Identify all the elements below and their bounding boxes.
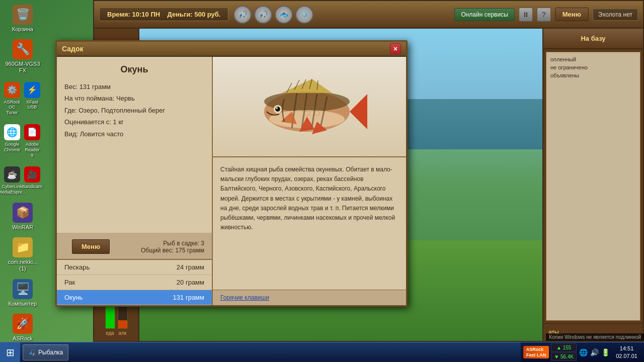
asrock-model-label: 960GM-VGS3 FX — [5, 61, 41, 74]
korzina-icon: 🗑️ — [13, 5, 33, 25]
desktop-icon-xfast[interactable]: ⚡ XFast USB — [23, 80, 42, 118]
nav-icon-3[interactable]: 🐟 — [275, 6, 293, 24]
sadok-title: Садок — [62, 45, 84, 53]
rak-name: Рак — [64, 279, 75, 286]
tray-battery-icon[interactable]: 🔋 — [601, 348, 610, 357]
hotkeys-link[interactable]: Горячие клавиши — [213, 290, 406, 305]
desktop-icon-com-nekki[interactable]: 📁 com.nekki... (1) — [3, 235, 43, 274]
icon-row-chrome-adobe: 🌐 Google Chrome 📄 Adobe Reader 9 — [3, 122, 43, 160]
bandicam-label: Bandicam — [22, 184, 42, 190]
location-label: Где: — [64, 107, 77, 114]
help-button[interactable]: ? — [537, 8, 551, 22]
fish-list-item-peskar[interactable]: Пескарь 24 грамм — [57, 260, 212, 275]
asrock-oc-icon: ⚙️ — [4, 82, 20, 98]
svg-marker-7 — [350, 94, 367, 129]
nav-icon-2[interactable]: 🎣 — [254, 6, 272, 24]
okun-weight: 131 грамм — [173, 294, 204, 301]
taskbar-clock[interactable]: 14:51 02.07.01 — [612, 345, 641, 359]
online-services-button[interactable]: Онлайн сервисы — [454, 8, 514, 21]
desktop: 🗑️ Корзина 🔧 960GM-VGS3 FX ⚙️ ASRock OC … — [0, 0, 644, 362]
location-value: Озеро, Подтопленный берег — [78, 107, 165, 114]
pause-button[interactable]: ⏸ — [519, 8, 533, 22]
taskbar-game-item[interactable]: 🎣 Рыбалка — [23, 344, 68, 360]
asrock-instant-icon: 🚀 — [13, 314, 33, 334]
taskbar-right-group: ASRockFast LAN ▲ 155 ▼ 56.4K 🌐 🔊 🔋 14:51… — [521, 342, 644, 363]
clock-date: 02.07.01 — [616, 352, 637, 359]
fish-image-area — [213, 57, 406, 157]
fish-description: Стайная хищная рыба семейства окуневых. … — [213, 157, 406, 290]
nav-icon-1[interactable]: 🎣 — [233, 6, 252, 24]
total-fish-value: 3 — [201, 240, 204, 247]
not-limited-label: не ограничено — [550, 64, 636, 70]
desktop-icon-adobe[interactable]: 📄 Adobe Reader 9 — [23, 122, 42, 160]
desktop-icon-cyberlink[interactable]: ☕ CyberLink MediaEspre... — [3, 164, 22, 197]
xfast-label: XFast USB — [25, 100, 40, 111]
weight-value: 131 грамм — [79, 83, 111, 90]
menu-top-button[interactable]: Меню — [555, 8, 589, 21]
base-button[interactable]: На базу — [543, 29, 643, 49]
game-header: Время: 10:10 ПН Деньги: 500 руб. 🎣 🎣 🐟 ⚙… — [94, 1, 643, 29]
taskbar-game-icon: 🎣 — [28, 349, 36, 356]
fish-list-item-okun[interactable]: Окунь 131 грамм — [57, 290, 212, 305]
adobe-icon: 📄 — [24, 124, 40, 140]
money-label: Деньги: — [168, 11, 193, 18]
game-top-right: Онлайн сервисы ⏸ ? Меню Эхолота нет — [454, 8, 638, 22]
sadok-right-panel: Стайная хищная рыба семейства окуневых. … — [213, 57, 406, 305]
desktop-icon-korzina[interactable]: 🗑️ Корзина — [3, 3, 43, 35]
panel-info-box: опленный не ограничено объявлены — [546, 52, 640, 321]
sadok-fish-info: Окунь Вес: 131 грамм На что поймана: Чер… — [57, 57, 212, 233]
fish-list-item-rak[interactable]: Рак 20 грамм — [57, 275, 212, 290]
desktop-icon-bandicam[interactable]: 🎥 Bandicam — [23, 164, 42, 197]
sadok-totals: Рыб в садке: 3 Общий вес: 175 грамм — [141, 240, 204, 254]
nav-icons: 🎣 🎣 🐟 ⚙️ — [233, 6, 313, 24]
total-fish-label: Рыб в садке: — [163, 240, 199, 247]
adobe-label: Adobe Reader 9 — [25, 142, 40, 158]
computer-icon: 🖥️ — [13, 279, 33, 299]
fish-illustration — [242, 64, 377, 149]
bait-label: На что поймана: — [64, 95, 114, 102]
asrock-fastlan-widget[interactable]: ASRockFast LAN — [523, 346, 549, 359]
winrar-label: WinRAR — [12, 224, 33, 231]
chrome-label: Google Chrome — [4, 142, 20, 153]
desktop-icon-winrar[interactable]: 📦 WinRAR — [3, 201, 43, 233]
time-money-display: Время: 10:10 ПН Деньги: 500 руб. — [99, 8, 228, 21]
desktop-icon-computer[interactable]: 🖥️ Компьютер — [3, 277, 43, 309]
speed-up: ▲ 155 — [551, 343, 577, 352]
desktop-icon-asrock-model[interactable]: 🔧 960GM-VGS3 FX — [3, 37, 43, 76]
nav-icon-4[interactable]: ⚙️ — [295, 6, 313, 24]
tray-volume-icon[interactable]: 🔊 — [590, 348, 599, 357]
sadok-bottom-controls: Меню Рыб в садке: 3 Общий вес: 175 грамм — [57, 233, 212, 259]
sadok-titlebar: Садок × — [57, 42, 406, 57]
total-weight-value: 175 грамм — [175, 247, 204, 254]
echopot-display: Эхолота нет — [593, 9, 638, 21]
sadok-fish-detail: Вес: 131 грамм На что поймана: Червь Где… — [64, 81, 204, 140]
start-button[interactable]: ⊞ — [0, 342, 20, 363]
taskbar: ⊞ 🎣 Рыбалка ASRockFast LAN ▲ 155 ▼ 56.4K… — [0, 342, 644, 362]
speed-down: ▼ 56.4K — [551, 352, 577, 361]
alc-bar-fill — [118, 320, 127, 328]
bandicam-icon: 🎥 — [24, 166, 40, 183]
time-value: 10:10 ПН — [132, 11, 160, 18]
svg-point-19 — [276, 107, 278, 109]
com-nekki-label: com.nekki... (1) — [5, 259, 41, 272]
sadok-menu-button[interactable]: Меню — [72, 239, 110, 254]
computer-label: Компьютер — [9, 301, 37, 307]
shore-label: опленный — [550, 56, 636, 62]
tray-network-icon[interactable]: 🌐 — [579, 348, 588, 357]
desktop-icon-chrome[interactable]: 🌐 Google Chrome — [3, 122, 22, 160]
peskar-weight: 24 грамм — [177, 263, 204, 271]
sadok-content: Окунь Вес: 131 грамм На что поймана: Чер… — [57, 57, 406, 305]
icon-row-asrock-xfast: ⚙️ ASRock OC Tuner ⚡ XFast USB — [3, 80, 43, 118]
speed-indicators: ▲ 155 ▼ 56.4K — [551, 343, 577, 361]
sadok-close-button[interactable]: × — [390, 43, 401, 54]
com-nekki-icon: 📁 — [13, 237, 33, 257]
desktop-icon-asrock-oc[interactable]: ⚙️ ASRock OC Tuner — [3, 80, 22, 118]
winrar-icon: 📦 — [13, 203, 33, 223]
svg-marker-8 — [282, 79, 332, 93]
clock-time: 14:51 — [616, 345, 637, 352]
icon-row-cyberlink-bandicam: ☕ CyberLink MediaEspre... 🎥 Bandicam — [3, 164, 43, 197]
asrock-oc-label: ASRock OC Tuner — [4, 100, 21, 116]
peskar-name: Пескарь — [64, 263, 90, 271]
xfast-icon: ⚡ — [24, 82, 40, 98]
estimate-value: 1 кг — [113, 118, 124, 126]
